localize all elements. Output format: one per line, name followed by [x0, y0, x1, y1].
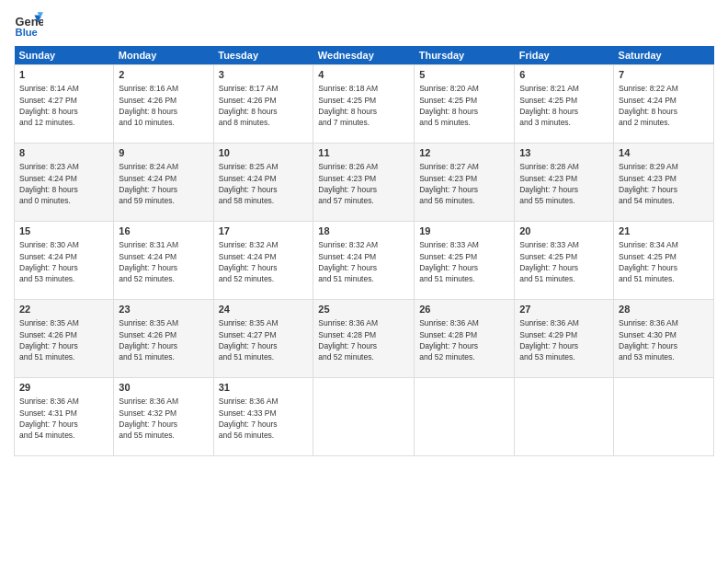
- day-number: 19: [419, 224, 509, 238]
- calendar-empty-cell: [614, 378, 714, 456]
- day-info: Sunrise: 8:36 AM Sunset: 4:28 PM Dayligh…: [318, 317, 409, 362]
- day-number: 22: [19, 303, 108, 316]
- calendar-day-cell: 9Sunrise: 8:24 AM Sunset: 4:24 PM Daylig…: [114, 144, 213, 222]
- weekday-header-saturday: Saturday: [614, 46, 714, 65]
- day-info: Sunrise: 8:16 AM Sunset: 4:26 PM Dayligh…: [119, 83, 208, 128]
- calendar-table: SundayMondayTuesdayWednesdayThursdayFrid…: [14, 46, 714, 456]
- day-info: Sunrise: 8:32 AM Sunset: 4:24 PM Dayligh…: [219, 239, 309, 284]
- day-info: Sunrise: 8:36 AM Sunset: 4:30 PM Dayligh…: [619, 317, 709, 362]
- day-info: Sunrise: 8:23 AM Sunset: 4:24 PM Dayligh…: [19, 161, 108, 206]
- weekday-header-thursday: Thursday: [415, 46, 515, 65]
- day-number: 18: [318, 224, 409, 238]
- calendar-day-cell: 16Sunrise: 8:31 AM Sunset: 4:24 PM Dayli…: [114, 222, 213, 300]
- calendar-day-cell: 13Sunrise: 8:28 AM Sunset: 4:23 PM Dayli…: [515, 144, 614, 222]
- calendar-day-cell: 11Sunrise: 8:26 AM Sunset: 4:23 PM Dayli…: [313, 144, 415, 222]
- day-info: Sunrise: 8:27 AM Sunset: 4:23 PM Dayligh…: [419, 161, 509, 206]
- day-number: 2: [119, 68, 208, 82]
- day-number: 28: [619, 303, 709, 316]
- calendar-day-cell: 14Sunrise: 8:29 AM Sunset: 4:23 PM Dayli…: [614, 144, 714, 222]
- day-info: Sunrise: 8:17 AM Sunset: 4:26 PM Dayligh…: [219, 83, 309, 128]
- day-number: 24: [219, 303, 309, 316]
- day-number: 3: [219, 68, 309, 82]
- day-number: 16: [119, 224, 208, 238]
- calendar-day-cell: 3Sunrise: 8:17 AM Sunset: 4:26 PM Daylig…: [213, 65, 313, 144]
- calendar-day-cell: 4Sunrise: 8:18 AM Sunset: 4:25 PM Daylig…: [313, 65, 415, 144]
- day-info: Sunrise: 8:28 AM Sunset: 4:23 PM Dayligh…: [519, 161, 609, 206]
- calendar-day-cell: 19Sunrise: 8:33 AM Sunset: 4:25 PM Dayli…: [415, 222, 515, 300]
- calendar-empty-cell: [313, 378, 415, 456]
- day-info: Sunrise: 8:35 AM Sunset: 4:26 PM Dayligh…: [19, 317, 108, 362]
- day-number: 23: [119, 303, 208, 316]
- day-number: 29: [19, 381, 108, 395]
- day-info: Sunrise: 8:36 AM Sunset: 4:31 PM Dayligh…: [19, 396, 108, 441]
- calendar-day-cell: 22Sunrise: 8:35 AM Sunset: 4:26 PM Dayli…: [15, 300, 114, 378]
- calendar-day-cell: 18Sunrise: 8:32 AM Sunset: 4:24 PM Dayli…: [313, 222, 415, 300]
- calendar-day-cell: 12Sunrise: 8:27 AM Sunset: 4:23 PM Dayli…: [415, 144, 515, 222]
- day-info: Sunrise: 8:36 AM Sunset: 4:32 PM Dayligh…: [119, 396, 208, 441]
- day-info: Sunrise: 8:33 AM Sunset: 4:25 PM Dayligh…: [419, 239, 509, 284]
- day-info: Sunrise: 8:35 AM Sunset: 4:26 PM Dayligh…: [119, 317, 208, 362]
- day-info: Sunrise: 8:34 AM Sunset: 4:25 PM Dayligh…: [619, 239, 709, 284]
- logo: General Blue: [14, 9, 43, 39]
- calendar-day-cell: 7Sunrise: 8:22 AM Sunset: 4:24 PM Daylig…: [614, 65, 714, 144]
- day-info: Sunrise: 8:24 AM Sunset: 4:24 PM Dayligh…: [119, 161, 208, 206]
- calendar-week-row: 1Sunrise: 8:14 AM Sunset: 4:27 PM Daylig…: [15, 65, 714, 144]
- svg-text:Blue: Blue: [16, 27, 38, 38]
- day-info: Sunrise: 8:36 AM Sunset: 4:29 PM Dayligh…: [519, 317, 609, 362]
- day-number: 31: [219, 381, 309, 395]
- calendar-day-cell: 24Sunrise: 8:35 AM Sunset: 4:27 PM Dayli…: [213, 300, 313, 378]
- calendar-day-cell: 31Sunrise: 8:36 AM Sunset: 4:33 PM Dayli…: [213, 378, 313, 456]
- calendar-day-cell: 10Sunrise: 8:25 AM Sunset: 4:24 PM Dayli…: [213, 144, 313, 222]
- calendar-day-cell: 20Sunrise: 8:33 AM Sunset: 4:25 PM Dayli…: [515, 222, 614, 300]
- day-number: 27: [519, 303, 609, 316]
- day-number: 5: [419, 68, 509, 82]
- calendar-week-row: 22Sunrise: 8:35 AM Sunset: 4:26 PM Dayli…: [15, 300, 714, 378]
- weekday-header-wednesday: Wednesday: [313, 46, 415, 65]
- day-info: Sunrise: 8:18 AM Sunset: 4:25 PM Dayligh…: [318, 83, 409, 128]
- weekday-header-monday: Monday: [114, 46, 213, 65]
- day-info: Sunrise: 8:36 AM Sunset: 4:33 PM Dayligh…: [219, 396, 309, 441]
- day-number: 20: [519, 224, 609, 238]
- day-info: Sunrise: 8:33 AM Sunset: 4:25 PM Dayligh…: [519, 239, 609, 284]
- day-info: Sunrise: 8:32 AM Sunset: 4:24 PM Dayligh…: [318, 239, 409, 284]
- calendar-day-cell: 23Sunrise: 8:35 AM Sunset: 4:26 PM Dayli…: [114, 300, 213, 378]
- calendar-day-cell: 30Sunrise: 8:36 AM Sunset: 4:32 PM Dayli…: [114, 378, 213, 456]
- day-number: 8: [19, 146, 108, 160]
- logo-icon: General Blue: [14, 9, 43, 39]
- day-number: 13: [519, 146, 609, 160]
- weekday-header-sunday: Sunday: [15, 46, 114, 65]
- day-number: 11: [318, 146, 409, 160]
- calendar-day-cell: 27Sunrise: 8:36 AM Sunset: 4:29 PM Dayli…: [515, 300, 614, 378]
- calendar-day-cell: 2Sunrise: 8:16 AM Sunset: 4:26 PM Daylig…: [114, 65, 213, 144]
- day-number: 1: [19, 68, 108, 82]
- day-info: Sunrise: 8:26 AM Sunset: 4:23 PM Dayligh…: [318, 161, 409, 206]
- calendar-day-cell: 15Sunrise: 8:30 AM Sunset: 4:24 PM Dayli…: [15, 222, 114, 300]
- day-number: 10: [219, 146, 309, 160]
- calendar-day-cell: 6Sunrise: 8:21 AM Sunset: 4:25 PM Daylig…: [515, 65, 614, 144]
- page-header: General Blue: [14, 9, 714, 39]
- calendar-day-cell: 5Sunrise: 8:20 AM Sunset: 4:25 PM Daylig…: [415, 65, 515, 144]
- day-number: 26: [419, 303, 509, 316]
- day-info: Sunrise: 8:30 AM Sunset: 4:24 PM Dayligh…: [19, 239, 108, 284]
- day-number: 14: [619, 146, 709, 160]
- calendar-day-cell: 25Sunrise: 8:36 AM Sunset: 4:28 PM Dayli…: [313, 300, 415, 378]
- day-number: 21: [619, 224, 709, 238]
- calendar-day-cell: 1Sunrise: 8:14 AM Sunset: 4:27 PM Daylig…: [15, 65, 114, 144]
- day-number: 9: [119, 146, 208, 160]
- day-number: 25: [318, 303, 409, 316]
- calendar-day-cell: 8Sunrise: 8:23 AM Sunset: 4:24 PM Daylig…: [15, 144, 114, 222]
- day-info: Sunrise: 8:21 AM Sunset: 4:25 PM Dayligh…: [519, 83, 609, 128]
- day-number: 30: [119, 381, 208, 395]
- calendar-empty-cell: [415, 378, 515, 456]
- calendar-day-cell: 17Sunrise: 8:32 AM Sunset: 4:24 PM Dayli…: [213, 222, 313, 300]
- calendar-week-row: 15Sunrise: 8:30 AM Sunset: 4:24 PM Dayli…: [15, 222, 714, 300]
- day-info: Sunrise: 8:14 AM Sunset: 4:27 PM Dayligh…: [19, 83, 108, 128]
- calendar-day-cell: 29Sunrise: 8:36 AM Sunset: 4:31 PM Dayli…: [15, 378, 114, 456]
- day-number: 7: [619, 68, 709, 82]
- weekday-header-tuesday: Tuesday: [213, 46, 313, 65]
- day-number: 17: [219, 224, 309, 238]
- weekday-header-row: SundayMondayTuesdayWednesdayThursdayFrid…: [15, 46, 714, 65]
- day-info: Sunrise: 8:25 AM Sunset: 4:24 PM Dayligh…: [219, 161, 309, 206]
- calendar-week-row: 8Sunrise: 8:23 AM Sunset: 4:24 PM Daylig…: [15, 144, 714, 222]
- day-number: 6: [519, 68, 609, 82]
